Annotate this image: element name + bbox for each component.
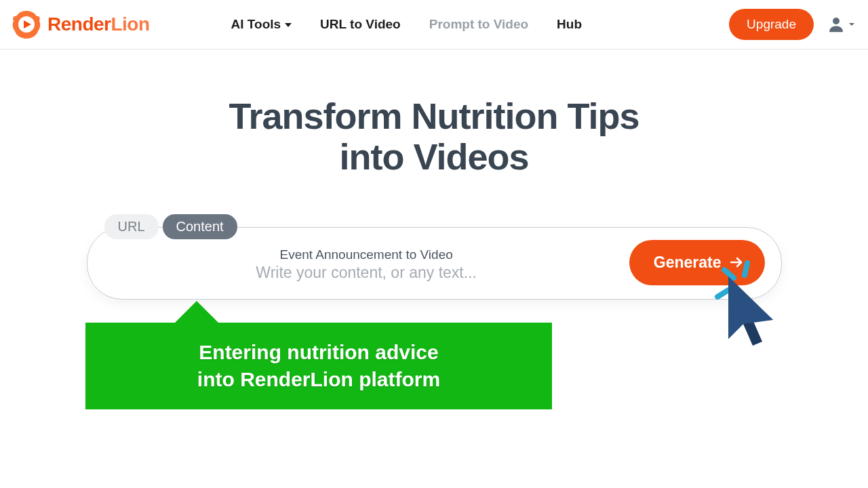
header-right: Upgrade: [729, 9, 856, 40]
app-header: RenderLion AI Tools URL to Video Prompt …: [0, 0, 868, 49]
arrow-right-icon: [728, 254, 745, 270]
brand-logo[interactable]: RenderLion: [11, 9, 150, 40]
input-area: URL Content Event Announcement to Video …: [87, 214, 782, 300]
input-tabs: URL Content: [104, 214, 782, 239]
svg-point-1: [833, 18, 840, 24]
annotation-callout: Entering nutrition advice into RenderLio…: [85, 323, 552, 409]
content-input-left: Event Announcement to Video Write your c…: [104, 243, 629, 282]
content-input-placeholder: Write your content, or any text...: [104, 264, 629, 282]
nav-url-to-video[interactable]: URL to Video: [320, 17, 401, 32]
brand-name: RenderLion: [47, 14, 150, 35]
generate-button[interactable]: Generate: [629, 240, 765, 285]
nav-hub[interactable]: Hub: [557, 17, 582, 32]
tab-url[interactable]: URL: [104, 214, 159, 239]
chevron-down-icon: [285, 23, 292, 27]
main-nav: AI Tools URL to Video Prompt to Video Hu…: [231, 17, 582, 32]
lion-icon: [11, 9, 42, 40]
generate-label: Generate: [654, 253, 722, 272]
input-label: Event Announcement to Video: [104, 247, 629, 262]
nav-ai-tools[interactable]: AI Tools: [231, 17, 292, 32]
nav-prompt-to-video[interactable]: Prompt to Video: [429, 17, 528, 32]
tab-content[interactable]: Content: [163, 214, 237, 239]
user-icon: [826, 14, 846, 35]
callout-text: Entering nutrition advice into RenderLio…: [197, 339, 440, 394]
user-menu[interactable]: [826, 14, 856, 35]
callout-pointer-icon: [172, 301, 221, 325]
nav-ai-tools-label: AI Tools: [231, 17, 281, 32]
page-title: Transform Nutrition Tips into Videos: [0, 96, 868, 178]
hero: Transform Nutrition Tips into Videos URL…: [0, 49, 868, 300]
upgrade-button[interactable]: Upgrade: [729, 9, 814, 40]
chevron-down-icon: [848, 20, 856, 28]
